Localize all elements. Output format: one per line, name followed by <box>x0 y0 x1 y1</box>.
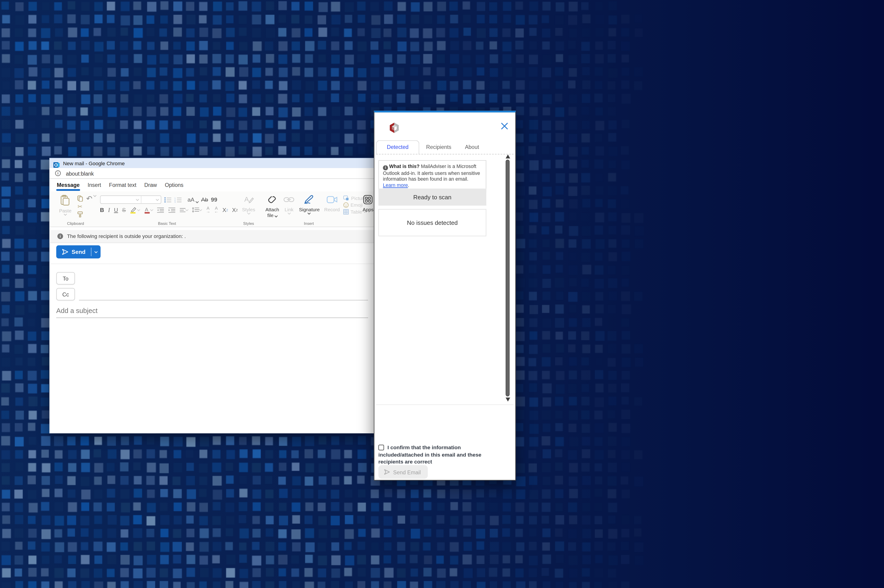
superscript-button[interactable]: X2 <box>232 207 238 213</box>
group-clipboard: Paste ✂ ↶ Clipboard <box>55 193 96 226</box>
copy-icon[interactable] <box>77 195 84 202</box>
cc-button[interactable]: Cc <box>56 288 75 300</box>
what-is-this-box: iWhat is this? MailAdviser is a Microsof… <box>378 160 486 192</box>
confirm-checkbox[interactable] <box>378 444 384 450</box>
record-icon <box>327 195 338 207</box>
tab-message[interactable]: Message <box>53 180 84 192</box>
link-icon <box>284 195 294 207</box>
group-label-insert: Insert <box>261 221 356 225</box>
svg-text:A: A <box>244 195 249 203</box>
attach-label-1: Attach <box>266 207 279 212</box>
attach-label-2: file <box>267 213 277 218</box>
group-label-styles: Styles <box>238 221 259 225</box>
send-email-button[interactable]: Send Email <box>378 465 428 478</box>
styles-button[interactable]: A Styles <box>240 194 257 215</box>
tab-format-text[interactable]: Format text <box>105 180 140 192</box>
left-to-right-button[interactable]: A→ <box>206 207 210 214</box>
align-button[interactable] <box>180 208 188 213</box>
bold-button[interactable]: B <box>100 207 104 213</box>
right-to-left-button[interactable]: A← <box>214 207 218 214</box>
underline-button[interactable]: U <box>114 207 118 213</box>
chevron-down-icon <box>156 198 159 201</box>
decrease-indent-icon[interactable] <box>157 207 164 213</box>
paste-button[interactable]: Paste <box>57 194 74 216</box>
panel-tab-detected[interactable]: Detected <box>376 140 419 154</box>
subscript-button[interactable]: X2 <box>222 207 228 213</box>
font-color-button[interactable]: A <box>144 207 153 214</box>
send-split-button[interactable]: Send <box>56 245 101 258</box>
scan-result-box: No issues detected <box>378 209 486 236</box>
italic-button[interactable]: I <box>108 207 110 213</box>
window-titlebar[interactable]: New mail - Google Chrome <box>50 158 375 168</box>
link-button[interactable]: Link <box>281 194 297 215</box>
chevron-down-icon <box>137 208 140 211</box>
scroll-region-border <box>376 404 513 405</box>
send-options-button[interactable] <box>92 245 101 258</box>
group-label-basic-text: Basic Text <box>98 221 236 225</box>
mailadviser-panel: Detected Recipients About iWhat is this?… <box>374 111 516 480</box>
record-label: Record <box>324 207 340 212</box>
format-painter-icon[interactable] <box>77 211 84 218</box>
address-bar[interactable]: i about:blank <box>50 168 375 179</box>
quote-button[interactable]: 99 <box>211 197 217 202</box>
font-name-select[interactable] <box>100 195 141 204</box>
panel-tab-strip: Detected Recipients About <box>376 140 510 154</box>
group-label-clipboard: Clipboard <box>55 221 96 225</box>
chevron-down-icon <box>195 200 199 203</box>
close-icon[interactable] <box>500 122 509 130</box>
increase-indent-icon[interactable] <box>168 207 176 213</box>
apps-button[interactable]: Apps <box>360 194 375 213</box>
attach-file-button[interactable]: Attach file <box>263 194 281 219</box>
confirm-text: I confirm that the information included/… <box>378 445 482 464</box>
send-button[interactable]: Send <box>56 245 91 258</box>
send-label: Send <box>72 249 86 255</box>
info-title: What is this? <box>389 164 419 170</box>
strikethrough-button[interactable]: S <box>122 207 126 213</box>
tab-insert[interactable]: Insert <box>84 180 105 192</box>
highlight-button[interactable] <box>130 207 140 214</box>
message-body[interactable] <box>50 318 375 420</box>
styles-icon: A <box>243 195 254 207</box>
line-spacing-button[interactable] <box>192 207 202 213</box>
bullets-icon[interactable] <box>164 197 171 202</box>
external-recipient-banner: i The following recipient is outside you… <box>50 230 375 243</box>
signature-icon <box>304 195 315 207</box>
font-size-select[interactable] <box>141 195 161 204</box>
cut-icon[interactable]: ✂ <box>77 203 84 209</box>
learn-more-link[interactable]: Learn more <box>383 182 408 188</box>
tab-options[interactable]: Options <box>161 180 188 192</box>
clear-formatting-button[interactable]: Ab <box>201 197 208 202</box>
paste-icon <box>60 195 70 208</box>
scan-status-band: Ready to scan <box>378 189 486 206</box>
send-icon <box>62 248 69 255</box>
attach-icon <box>267 195 277 207</box>
apps-icon <box>363 195 373 207</box>
chevron-down-icon <box>275 214 278 218</box>
record-button[interactable]: Record <box>322 194 342 213</box>
undo-icon: ↶ <box>86 195 92 202</box>
to-button[interactable]: To <box>56 272 75 285</box>
panel-tab-separator <box>376 154 513 154</box>
subject-input[interactable]: Add a subject <box>56 307 368 318</box>
chevron-down-icon <box>199 208 203 211</box>
page-info-icon[interactable]: i <box>55 170 61 176</box>
scroll-down-icon[interactable] <box>506 398 510 402</box>
ribbon-tab-strip: Message Insert Format text Draw Options <box>50 179 375 191</box>
scroll-up-icon[interactable] <box>506 154 510 158</box>
to-row: To <box>56 272 368 285</box>
signature-button[interactable]: Signature <box>297 194 322 215</box>
tab-draw[interactable]: Draw <box>140 180 161 192</box>
scrollbar-thumb[interactable] <box>506 159 509 396</box>
numbering-icon[interactable]: 123 <box>174 197 182 202</box>
info-filled-icon: i <box>383 165 388 170</box>
desktop: New mail - Google Chrome i about:blank M… <box>0 0 884 588</box>
ribbon-toolbar: Paste ✂ ↶ Clipboard <box>50 192 375 227</box>
group-basic-text: 123 aA Ab 99 B I U S <box>98 193 236 226</box>
undo-button[interactable]: ↶ <box>86 195 96 202</box>
cc-input[interactable] <box>79 300 368 300</box>
chevron-down-icon <box>136 198 139 201</box>
panel-tab-recipients[interactable]: Recipients <box>419 141 458 154</box>
panel-tab-about[interactable]: About <box>458 141 486 154</box>
mailadviser-logo <box>389 122 400 134</box>
change-case-button[interactable]: aA <box>188 197 198 202</box>
